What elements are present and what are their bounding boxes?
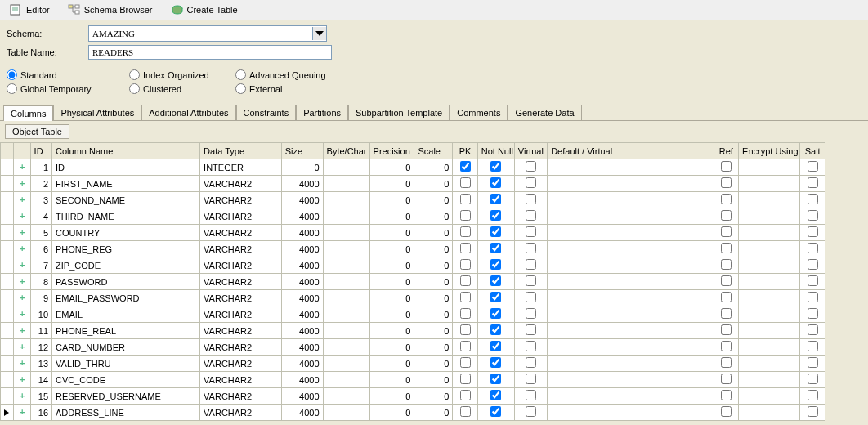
cell-size[interactable]: 4000 — [281, 257, 323, 274]
cell-data-type[interactable]: VARCHAR2 — [200, 225, 282, 241]
ref-checkbox[interactable] — [721, 357, 732, 368]
cell-size[interactable]: 4000 — [281, 388, 323, 405]
virtual-checkbox[interactable] — [526, 210, 536, 221]
cell-column-name[interactable]: PHONE_REAL — [52, 323, 200, 339]
notnull-checkbox[interactable] — [490, 161, 501, 172]
cell-column-name[interactable]: CVC_CODE — [52, 372, 200, 388]
cell-ref[interactable] — [714, 339, 739, 356]
header-salt[interactable]: Salt — [800, 143, 825, 159]
table-row[interactable]: +15RESERVED_USERNAMEVARCHAR2400000 — [1, 388, 825, 405]
expand-row-button[interactable]: + — [14, 192, 30, 208]
table-row[interactable]: +4THIRD_NAMEVARCHAR2400000 — [1, 208, 825, 225]
expand-row-button[interactable]: + — [14, 225, 30, 241]
cell-not-null[interactable] — [477, 339, 514, 356]
editor-button[interactable]: Editor — [7, 2, 53, 18]
cell-column-name[interactable]: ID — [52, 159, 200, 176]
ref-checkbox[interactable] — [721, 259, 732, 270]
radio-external[interactable]: External — [235, 83, 358, 94]
cell-column-name[interactable]: EMAIL_PASSWORD — [52, 290, 200, 306]
radio-standard[interactable]: Standard — [7, 69, 129, 80]
cell-encrypt-using[interactable] — [739, 241, 800, 257]
pk-checkbox[interactable] — [460, 243, 471, 253]
cell-scale[interactable]: 0 — [414, 306, 453, 323]
radio-advanced-queuing[interactable]: Advanced Queuing — [235, 69, 358, 80]
row-indicator[interactable] — [1, 290, 14, 306]
cell-encrypt-using[interactable] — [739, 257, 800, 274]
cell-encrypt-using[interactable] — [739, 356, 800, 372]
table-row[interactable]: +12CARD_NUMBERVARCHAR2400000 — [1, 339, 825, 356]
cell-data-type[interactable]: VARCHAR2 — [200, 339, 282, 356]
cell-pk[interactable] — [453, 159, 478, 176]
cell-precision[interactable]: 0 — [369, 159, 414, 176]
cell-default-virtual[interactable] — [548, 290, 714, 306]
cell-data-type[interactable]: VARCHAR2 — [200, 241, 282, 257]
row-indicator[interactable] — [1, 356, 14, 372]
row-indicator[interactable] — [1, 306, 14, 323]
schema-browser-button[interactable]: Schema Browser — [65, 2, 156, 18]
cell-salt[interactable] — [800, 208, 825, 225]
cell-scale[interactable]: 0 — [414, 372, 453, 388]
cell-column-name[interactable]: PASSWORD — [52, 274, 200, 290]
expand-row-button[interactable]: + — [14, 176, 30, 192]
salt-checkbox[interactable] — [808, 374, 818, 384]
pk-checkbox[interactable] — [460, 210, 471, 221]
cell-byte-char[interactable] — [323, 208, 369, 225]
cell-id[interactable]: 14 — [30, 372, 51, 388]
cell-data-type[interactable]: VARCHAR2 — [200, 306, 282, 323]
cell-default-virtual[interactable] — [548, 356, 714, 372]
cell-salt[interactable] — [800, 225, 825, 241]
salt-checkbox[interactable] — [808, 259, 818, 270]
ref-checkbox[interactable] — [721, 226, 732, 237]
cell-column-name[interactable]: VALID_THRU — [52, 356, 200, 372]
cell-ref[interactable] — [714, 356, 739, 372]
cell-id[interactable]: 1 — [30, 159, 51, 176]
header-data-type[interactable]: Data Type — [200, 143, 282, 159]
cell-virtual[interactable] — [514, 274, 548, 290]
notnull-checkbox[interactable] — [490, 341, 501, 351]
cell-column-name[interactable]: PHONE_REG — [52, 241, 200, 257]
tab-generate-data[interactable]: Generate Data — [508, 105, 581, 120]
cell-precision[interactable]: 0 — [369, 241, 414, 257]
cell-not-null[interactable] — [477, 192, 514, 208]
cell-size[interactable]: 4000 — [281, 290, 323, 306]
cell-scale[interactable]: 0 — [414, 192, 453, 208]
cell-size[interactable]: 4000 — [281, 372, 323, 388]
virtual-checkbox[interactable] — [526, 341, 536, 351]
cell-pk[interactable] — [453, 339, 478, 356]
cell-byte-char[interactable] — [323, 339, 369, 356]
cell-not-null[interactable] — [477, 274, 514, 290]
cell-not-null[interactable] — [477, 356, 514, 372]
cell-precision[interactable]: 0 — [369, 405, 414, 421]
cell-default-virtual[interactable] — [548, 176, 714, 192]
cell-id[interactable]: 4 — [30, 208, 51, 225]
cell-pk[interactable] — [453, 372, 478, 388]
notnull-checkbox[interactable] — [490, 324, 501, 335]
cell-encrypt-using[interactable] — [739, 323, 800, 339]
cell-ref[interactable] — [714, 159, 739, 176]
salt-checkbox[interactable] — [808, 210, 818, 221]
pk-checkbox[interactable] — [460, 406, 471, 417]
ref-checkbox[interactable] — [721, 292, 732, 302]
ref-checkbox[interactable] — [721, 406, 732, 417]
cell-pk[interactable] — [453, 388, 478, 405]
expand-row-button[interactable]: + — [14, 339, 30, 356]
cell-id[interactable]: 10 — [30, 306, 51, 323]
expand-row-button[interactable]: + — [14, 257, 30, 274]
cell-data-type[interactable]: VARCHAR2 — [200, 356, 282, 372]
header-encrypt-using[interactable]: Encrypt Using — [739, 143, 800, 159]
table-row[interactable]: +14CVC_CODEVARCHAR2400000 — [1, 372, 825, 388]
tab-partitions[interactable]: Partitions — [296, 105, 348, 120]
cell-pk[interactable] — [453, 192, 478, 208]
cell-default-virtual[interactable] — [548, 192, 714, 208]
cell-virtual[interactable] — [514, 192, 548, 208]
ref-checkbox[interactable] — [721, 177, 732, 188]
create-table-button[interactable]: Create Table — [168, 2, 241, 18]
expand-row-button[interactable]: + — [14, 405, 30, 421]
header-size[interactable]: Size — [281, 143, 323, 159]
virtual-checkbox[interactable] — [526, 275, 536, 286]
cell-column-name[interactable]: ADDRESS_LINE — [52, 405, 200, 421]
cell-id[interactable]: 3 — [30, 192, 51, 208]
cell-default-virtual[interactable] — [548, 306, 714, 323]
radio-clustered[interactable]: Clustered — [129, 83, 235, 94]
ref-checkbox[interactable] — [721, 275, 732, 286]
